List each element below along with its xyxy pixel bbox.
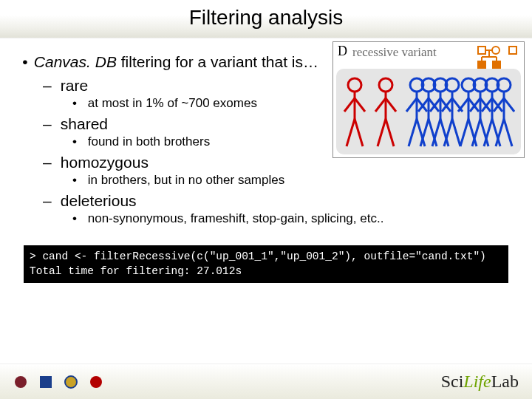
figure-grey-panel bbox=[336, 69, 521, 154]
svg-rect-9 bbox=[509, 47, 516, 54]
figure-panel-letter: D bbox=[338, 44, 347, 59]
footer-affiliation-logos bbox=[13, 375, 103, 389]
svg-line-14 bbox=[347, 119, 355, 146]
svg-line-50 bbox=[460, 119, 468, 146]
karolinska-logo-icon bbox=[13, 375, 28, 389]
bullet-dot-icon: • bbox=[72, 96, 84, 111]
svg-rect-71 bbox=[40, 376, 52, 388]
criteria-detail-text: in brothers, but in no other samples bbox=[88, 173, 284, 187]
svg-line-24 bbox=[406, 98, 417, 112]
dash-icon: – bbox=[43, 115, 56, 133]
intro-rest: filtering for a variant that is… bbox=[117, 53, 318, 70]
intro-emph: Canvas. DB bbox=[34, 53, 117, 70]
svg-point-1 bbox=[492, 47, 499, 54]
svg-point-70 bbox=[15, 376, 27, 388]
criteria-label: shared bbox=[61, 115, 108, 132]
svg-line-48 bbox=[458, 98, 468, 112]
svg-point-73 bbox=[90, 376, 102, 388]
svg-line-30 bbox=[418, 98, 429, 112]
svg-point-16 bbox=[379, 78, 392, 92]
terminal-output: > cand <- filterRecessive(c("up_001_1","… bbox=[24, 245, 508, 283]
svg-line-42 bbox=[442, 98, 452, 112]
slide-body: • Canvas. DB filtering for a variant tha… bbox=[0, 38, 532, 283]
svg-rect-7 bbox=[478, 61, 485, 69]
criteria-detail: • non-synonymous, frameshift, stop-gain,… bbox=[72, 211, 517, 226]
svg-rect-0 bbox=[478, 47, 485, 54]
criteria-detail-text: non-synonymous, frameshift, stop-gain, s… bbox=[88, 211, 384, 225]
dash-icon: – bbox=[43, 154, 56, 171]
svg-line-25 bbox=[417, 98, 427, 112]
criteria-detail-text: at most in 1% of ~700 exomes bbox=[88, 96, 257, 110]
figure-caption: recessive variant bbox=[352, 45, 437, 60]
svg-line-26 bbox=[409, 119, 417, 146]
criteria-label: homozygous bbox=[61, 154, 149, 171]
svg-line-36 bbox=[430, 98, 440, 112]
terminal-line: Total time for filtering: 27.012s bbox=[30, 265, 242, 277]
svg-line-19 bbox=[386, 98, 396, 112]
svg-line-20 bbox=[378, 119, 386, 146]
svg-line-66 bbox=[494, 98, 504, 112]
bullet-dot-icon: • bbox=[72, 211, 84, 226]
svg-point-10 bbox=[348, 78, 361, 92]
criteria-label: rare bbox=[61, 77, 88, 94]
svg-line-21 bbox=[386, 119, 394, 146]
criteria-detail-text: found in both brothers bbox=[88, 134, 210, 149]
stick-figure-row bbox=[336, 69, 521, 154]
criteria-detail: • in brothers, but in no other samples bbox=[72, 173, 517, 188]
criteria-label: deleterious bbox=[61, 192, 137, 209]
bullet-dot-icon: • bbox=[21, 53, 30, 71]
kth-logo-icon bbox=[38, 375, 53, 389]
scilifelab-logo: SciLifeLab bbox=[441, 372, 519, 392]
svg-line-54 bbox=[470, 98, 480, 112]
svg-line-15 bbox=[355, 119, 363, 146]
person-group-unaffected-icon bbox=[404, 76, 515, 150]
svg-line-69 bbox=[504, 119, 512, 146]
svg-line-37 bbox=[440, 98, 451, 112]
svg-line-60 bbox=[482, 98, 492, 112]
svg-line-61 bbox=[492, 98, 502, 112]
svg-line-13 bbox=[355, 98, 365, 112]
svg-line-12 bbox=[344, 98, 355, 112]
svg-line-49 bbox=[468, 98, 479, 112]
bullet-dot-icon: • bbox=[72, 173, 84, 188]
dash-icon: – bbox=[43, 192, 56, 210]
dash-icon: – bbox=[43, 77, 56, 95]
scilife-prefix: Sci bbox=[441, 372, 464, 391]
pedigree-icon bbox=[477, 45, 519, 70]
figure-panel: D recessive variant bbox=[332, 41, 525, 158]
svg-line-31 bbox=[429, 98, 439, 112]
svg-line-18 bbox=[375, 98, 386, 112]
svg-rect-8 bbox=[493, 61, 500, 69]
svg-line-45 bbox=[452, 119, 460, 146]
svg-line-55 bbox=[480, 98, 491, 112]
person-affected-icon bbox=[342, 76, 367, 150]
person-affected-icon bbox=[373, 76, 398, 150]
svg-line-67 bbox=[504, 98, 514, 112]
criteria-item: – deleterious bbox=[43, 192, 517, 210]
scilife-suffix: Lab bbox=[491, 372, 519, 391]
scilife-mid: Life bbox=[463, 372, 491, 391]
svg-point-72 bbox=[65, 376, 77, 388]
footer: SciLifeLab bbox=[0, 364, 532, 399]
uu-logo-icon bbox=[89, 375, 103, 389]
slide-title: Filtering analysis bbox=[0, 0, 532, 38]
bullet-dot-icon: • bbox=[72, 134, 84, 149]
su-logo-icon bbox=[64, 375, 78, 389]
terminal-line: > cand <- filterRecessive(c("up_001_1","… bbox=[30, 250, 486, 262]
